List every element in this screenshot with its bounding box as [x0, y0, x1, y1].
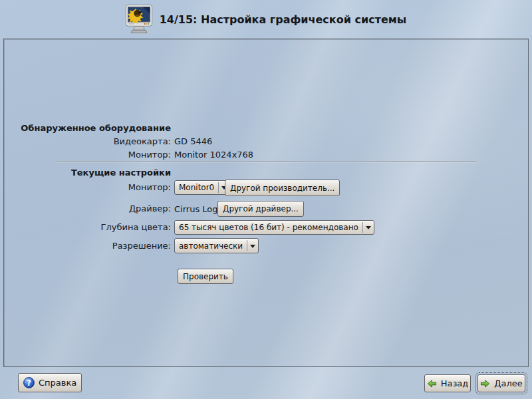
- resolution-combobox-value: автоматически: [175, 239, 247, 253]
- page-title: 14/15: Настройка графической системы: [160, 13, 407, 26]
- other-vendor-button[interactable]: Другой производитель...: [225, 180, 340, 196]
- monitor-combobox[interactable]: Monitor0: [174, 180, 230, 195]
- driver-label: Драйвер:: [129, 201, 171, 216]
- color-depth-label: Глубина цвета:: [101, 220, 171, 235]
- help-button[interactable]: ? Справка: [18, 373, 82, 392]
- help-button-label: Справка: [39, 378, 76, 388]
- next-arrow-icon: [480, 379, 490, 388]
- color-depth-combobox-value: 65 тысяч цветов (16 бит) - рекомендовано: [175, 221, 362, 234]
- installer-screen: { "titlebar": { "title": "14/15: Настрой…: [0, 0, 532, 399]
- monitor-label: Монитор:: [128, 180, 171, 195]
- help-icon: ?: [23, 377, 35, 388]
- settings-heading: Текущие настройки: [71, 168, 171, 178]
- monitor-combobox-value: Monitor0: [175, 181, 218, 194]
- monitor-icon: [126, 5, 152, 34]
- color-depth-combobox[interactable]: 65 тысяч цветов (16 бит) - рекомендовано: [174, 220, 374, 235]
- resolution-label: Разрешение:: [112, 238, 171, 253]
- next-button[interactable]: Далее: [477, 374, 525, 392]
- back-button-label: Назад: [441, 378, 469, 388]
- resolution-combobox[interactable]: автоматически: [174, 238, 259, 253]
- back-button[interactable]: Назад: [424, 374, 471, 392]
- test-button[interactable]: Проверить: [178, 269, 233, 284]
- detected-monitor-label: Монитор:: [128, 150, 171, 160]
- videocard-value: GD 5446: [174, 136, 212, 146]
- next-button-label: Далее: [494, 378, 522, 388]
- combo-arrow-icon: [247, 240, 258, 251]
- back-arrow-icon: [427, 379, 437, 388]
- svg-text:?: ?: [27, 378, 31, 388]
- wizard-titlebar: 14/15: Настройка графической системы: [0, 0, 532, 39]
- other-driver-button[interactable]: Другой драйвер...: [217, 201, 304, 217]
- hardware-heading: Обнаруженное оборудование: [21, 123, 171, 133]
- content-panel: Обнаруженное оборудование Видеокарта: GD…: [3, 39, 529, 367]
- section-separator: [57, 161, 477, 162]
- combo-arrow-icon: [362, 222, 374, 233]
- detected-monitor-value: Monitor 1024x768: [174, 150, 253, 160]
- videocard-label: Видеокарта:: [114, 136, 171, 146]
